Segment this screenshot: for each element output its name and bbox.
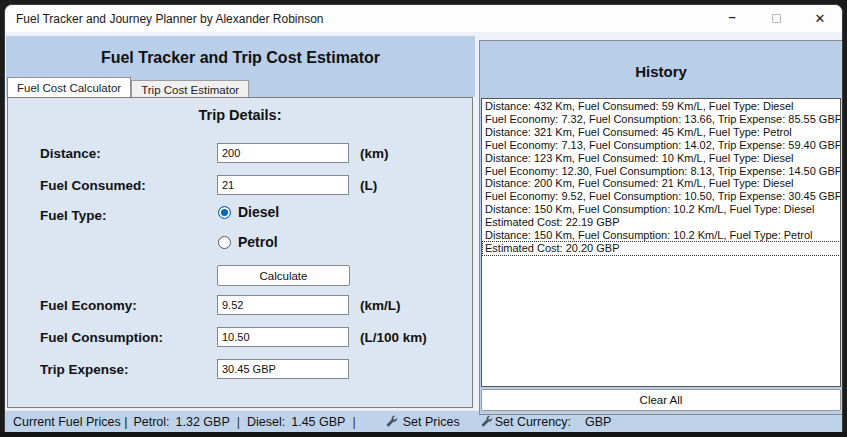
- background-taskbar-strip: [0, 432, 847, 437]
- app-header: Fuel Tracker and Trip Cost Estimator Fue…: [6, 36, 475, 97]
- fuel-consumed-unit-label: (L): [360, 178, 377, 193]
- petrol-radio-label: Petrol: [238, 234, 278, 250]
- history-entry[interactable]: Fuel Economy: 12.30, Fuel Consumption: 8…: [483, 165, 840, 178]
- fuel-economy-unit-label: (km/L): [360, 298, 401, 313]
- set-prices-label: Set Prices: [403, 415, 460, 429]
- fuel-consumption-input[interactable]: [217, 327, 349, 347]
- distance-unit-label: (km): [360, 146, 389, 161]
- currency-value: GBP: [585, 415, 611, 429]
- fuel-type-option-petrol[interactable]: Petrol: [218, 234, 278, 250]
- history-entry[interactable]: Estimated Cost: 22.19 GBP: [483, 216, 840, 229]
- clear-all-button[interactable]: Clear All: [481, 389, 841, 411]
- close-icon: ✕: [815, 11, 826, 26]
- history-entry[interactable]: Fuel Economy: 7.13, Fuel Consumption: 14…: [483, 139, 840, 152]
- set-currency-button[interactable]: Set Currency:: [480, 415, 571, 429]
- fuel-consumed-input[interactable]: [217, 175, 349, 195]
- history-entry[interactable]: Distance: 321 Km, Fuel Consumed: 45 Km/L…: [483, 126, 840, 139]
- tab-fuel-cost-calculator[interactable]: Fuel Cost Calculator: [7, 77, 131, 97]
- wrench-icon: [385, 415, 398, 428]
- set-currency-label: Set Currency:: [495, 415, 571, 429]
- petrol-price-label: Petrol:: [133, 415, 169, 429]
- maximize-icon: [772, 14, 781, 23]
- fuel-economy-label: Fuel Economy:: [40, 298, 137, 313]
- history-entry[interactable]: Fuel Economy: 9.52, Fuel Consumption: 10…: [483, 190, 840, 203]
- title-bar: Fuel Tracker and Journey Planner by Alex…: [5, 5, 842, 32]
- fuel-consumption-unit-label: (L/100 km): [360, 330, 427, 345]
- history-entry[interactable]: Distance: 200 Km, Fuel Consumed: 21 Km/L…: [483, 177, 840, 190]
- history-entry[interactable]: Estimated Cost: 20.20 GBP: [483, 242, 840, 255]
- tab-strip: Fuel Cost Calculator Trip Cost Estimator: [7, 77, 249, 97]
- tab-trip-cost-estimator[interactable]: Trip Cost Estimator: [131, 80, 249, 97]
- window-title: Fuel Tracker and Journey Planner by Alex…: [5, 12, 710, 26]
- history-entry[interactable]: Distance: 432 Km, Fuel Consumed: 59 Km/L…: [483, 100, 840, 113]
- petrol-price-value: 1.32 GBP: [176, 415, 230, 429]
- history-list[interactable]: Distance: 432 Km, Fuel Consumed: 59 Km/L…: [481, 98, 841, 387]
- diesel-price-label: Diesel:: [247, 415, 285, 429]
- history-entry[interactable]: Fuel Economy: 7.32, Fuel Consumption: 13…: [483, 113, 840, 126]
- radio-diesel-icon[interactable]: [218, 206, 231, 219]
- history-entry[interactable]: Distance: 123 Km, Fuel Consumed: 10 Km/L…: [483, 152, 840, 165]
- history-entry[interactable]: Distance: 150 Km, Fuel Consumption: 10.2…: [483, 229, 840, 242]
- close-button[interactable]: ✕: [798, 5, 842, 32]
- separator: |: [352, 415, 355, 429]
- distance-input[interactable]: [217, 143, 349, 163]
- calculator-column: Fuel Tracker and Trip Cost Estimator Fue…: [6, 32, 475, 412]
- diesel-radio-label: Diesel: [238, 204, 279, 220]
- calculate-button[interactable]: Calculate: [217, 265, 350, 286]
- trip-details-heading: Trip Details:: [8, 107, 472, 123]
- radio-petrol-icon[interactable]: [218, 236, 231, 249]
- trip-expense-input[interactable]: [217, 359, 349, 379]
- page-title: Fuel Tracker and Trip Cost Estimator: [6, 36, 475, 67]
- separator: |: [237, 415, 240, 429]
- fuel-consumed-label: Fuel Consumed:: [40, 178, 146, 193]
- fuel-consumption-label: Fuel Consumption:: [40, 330, 163, 345]
- app-window: Fuel Tracker and Journey Planner by Alex…: [4, 4, 843, 433]
- set-prices-button[interactable]: Set Prices: [385, 415, 460, 429]
- diesel-price-value: 1.45 GBP: [291, 415, 345, 429]
- minimize-button[interactable]: –: [710, 5, 754, 32]
- fuel-type-label: Fuel Type:: [40, 208, 107, 223]
- trip-expense-label: Trip Expense:: [40, 362, 129, 377]
- main-content: Fuel Tracker and Trip Cost Estimator Fue…: [5, 32, 842, 410]
- fuel-cost-calculator-panel: Trip Details: Distance: (km) Fuel Consum…: [7, 97, 473, 408]
- distance-label: Distance:: [40, 146, 101, 161]
- history-entry[interactable]: Distance: 150 Km, Fuel Consumption: 10.2…: [483, 203, 840, 216]
- fuel-economy-input[interactable]: [217, 295, 349, 315]
- wrench-icon: [480, 415, 493, 428]
- current-fuel-prices-label: Current Fuel Prices |: [13, 415, 127, 429]
- history-panel: History Distance: 432 Km, Fuel Consumed:…: [479, 40, 843, 415]
- minimize-icon: –: [728, 9, 735, 24]
- history-heading: History: [480, 41, 842, 98]
- fuel-type-option-diesel[interactable]: Diesel: [218, 204, 279, 220]
- maximize-button[interactable]: [754, 5, 798, 32]
